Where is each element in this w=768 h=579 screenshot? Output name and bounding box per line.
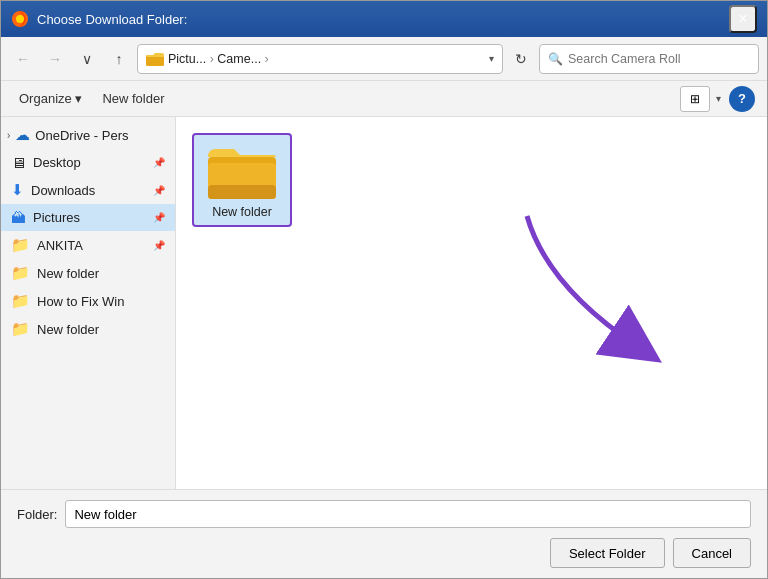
view-button[interactable]: ⊞ <box>680 86 710 112</box>
pin-icon-pictures: 📌 <box>153 212 165 223</box>
address-bar: ← → ∨ ↑ Pictu... › Came... › ▾ ↻ 🔍 <box>1 37 767 81</box>
close-button[interactable]: × <box>729 5 757 33</box>
sidebar-item-newfolder1[interactable]: 📁 New folder <box>1 259 175 287</box>
desktop-icon: 🖥 <box>11 154 26 171</box>
folder-label-text: New folder <box>212 205 272 219</box>
sidebar-label-pictures: Pictures <box>33 210 146 225</box>
pin-icon-desktop: 📌 <box>153 157 165 168</box>
new-folder-button[interactable]: New folder <box>96 87 170 110</box>
dropdown-button[interactable]: ∨ <box>73 45 101 73</box>
sidebar-item-pictures[interactable]: 🏔 Pictures 📌 <box>1 204 175 231</box>
search-input[interactable] <box>568 52 750 66</box>
folder-input[interactable] <box>65 500 751 528</box>
address-folder-icon <box>146 52 164 66</box>
sidebar-item-howtofixwin[interactable]: 📁 How to Fix Win <box>1 287 175 315</box>
view-dropdown-icon: ▾ <box>716 93 721 104</box>
bottom-bar: Folder: Select Folder Cancel <box>1 489 767 578</box>
select-folder-button[interactable]: Select Folder <box>550 538 665 568</box>
main-area: › ☁ OneDrive - Pers 🖥 Desktop 📌 ⬇ Downlo… <box>1 117 767 489</box>
newfolder2-icon: 📁 <box>11 320 30 338</box>
howtofixwin-icon: 📁 <box>11 292 30 310</box>
help-button[interactable]: ? <box>729 86 755 112</box>
address-box[interactable]: Pictu... › Came... › ▾ <box>137 44 503 74</box>
sidebar: › ☁ OneDrive - Pers 🖥 Desktop 📌 ⬇ Downlo… <box>1 117 176 489</box>
up-button[interactable]: ↑ <box>105 45 133 73</box>
onedrive-icon: ☁ <box>15 126 30 144</box>
title-bar: Choose Download Folder: × <box>1 1 767 37</box>
back-button[interactable]: ← <box>9 45 37 73</box>
address-dropdown-icon: ▾ <box>489 53 494 64</box>
sidebar-item-newfolder2[interactable]: 📁 New folder <box>1 315 175 343</box>
sidebar-item-downloads[interactable]: ⬇ Downloads 📌 <box>1 176 175 204</box>
expand-icon: › <box>7 130 10 141</box>
search-icon: 🔍 <box>548 52 563 66</box>
sidebar-label-newfolder1: New folder <box>37 266 165 281</box>
sidebar-label-ankita: ANKITA <box>37 238 146 253</box>
folder-item-new[interactable]: New folder <box>192 133 292 227</box>
downloads-icon: ⬇ <box>11 181 24 199</box>
pin-icon-downloads: 📌 <box>153 185 165 196</box>
firefox-icon <box>11 10 29 28</box>
pin-icon-ankita: 📌 <box>153 240 165 251</box>
pictures-icon: 🏔 <box>11 209 26 226</box>
svg-point-1 <box>16 15 24 23</box>
content-area: New folder <box>176 117 767 489</box>
sidebar-item-ankita[interactable]: 📁 ANKITA 📌 <box>1 231 175 259</box>
search-box[interactable]: 🔍 <box>539 44 759 74</box>
sidebar-label-downloads: Downloads <box>31 183 146 198</box>
folder-input-row: Folder: <box>17 500 751 528</box>
cancel-button[interactable]: Cancel <box>673 538 751 568</box>
sidebar-label-howtofixwin: How to Fix Win <box>37 294 165 309</box>
arrow-indicator <box>507 206 687 369</box>
refresh-button[interactable]: ↻ <box>507 45 535 73</box>
onedrive-label: OneDrive - Pers <box>35 128 128 143</box>
organize-button[interactable]: Organize ▾ <box>13 87 88 110</box>
sidebar-label-desktop: Desktop <box>33 155 146 170</box>
address-path: Pictu... › Came... › <box>168 52 485 66</box>
ankita-folder-icon: 📁 <box>11 236 30 254</box>
sidebar-tree-onedrive[interactable]: › ☁ OneDrive - Pers <box>1 121 175 149</box>
sidebar-item-desktop[interactable]: 🖥 Desktop 📌 <box>1 149 175 176</box>
folder-icon-svg <box>206 141 278 201</box>
toolbar: Organize ▾ New folder ⊞ ▾ ? <box>1 81 767 117</box>
dialog-title: Choose Download Folder: <box>37 12 729 27</box>
svg-rect-5 <box>208 185 276 199</box>
forward-button[interactable]: → <box>41 45 69 73</box>
button-row: Select Folder Cancel <box>17 538 751 568</box>
sidebar-label-newfolder2: New folder <box>37 322 165 337</box>
folder-label: Folder: <box>17 507 57 522</box>
newfolder1-icon: 📁 <box>11 264 30 282</box>
